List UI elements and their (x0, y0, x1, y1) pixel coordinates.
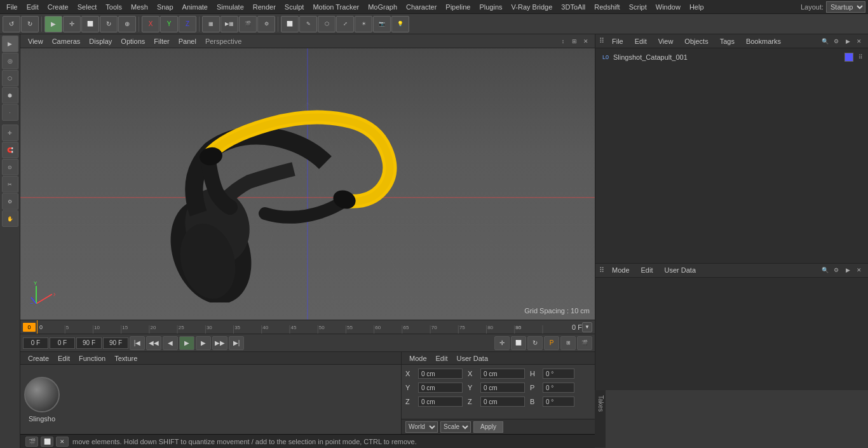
cube-button[interactable]: ⬜ (281, 16, 299, 32)
mat-menu-create[interactable]: Create (24, 354, 53, 363)
light-button[interactable]: 💡 (391, 16, 409, 32)
menu-snap[interactable]: Snap (153, 2, 177, 12)
obj-config-icon[interactable]: ⚙ (831, 36, 841, 46)
move-tool-pb[interactable]: ✛ (494, 336, 510, 350)
menu-redshift[interactable]: Redshift (590, 2, 623, 12)
axis-y-button[interactable]: Y (160, 16, 178, 32)
axis-x-button[interactable]: X (142, 16, 159, 32)
current-frame-input[interactable] (50, 337, 75, 349)
render-tool-pb[interactable]: 🎬 (577, 336, 592, 350)
render-region-button[interactable]: ▦ (202, 16, 220, 32)
obj-menu-file[interactable]: File (608, 37, 627, 46)
obj-menu-edit[interactable]: Edit (631, 37, 651, 46)
axis-z-button[interactable]: Z (179, 16, 196, 32)
obj-arrow-icon[interactable]: ▶ (843, 36, 853, 46)
object-color-swatch[interactable] (844, 53, 853, 62)
menu-3dtoall[interactable]: 3DToAll (557, 2, 589, 12)
scene-button[interactable]: ☀ (355, 16, 372, 32)
render-picture-button[interactable]: 🎬 (239, 16, 257, 32)
timeline-options-button[interactable]: ▼ (582, 322, 592, 332)
menu-simulate[interactable]: Simulate (213, 2, 248, 12)
camera-button[interactable]: 📷 (373, 16, 391, 32)
play-forward-button[interactable]: ▶▶ (212, 336, 227, 350)
rotate-tool-pb[interactable]: ↻ (527, 336, 543, 350)
menu-script[interactable]: Script (625, 2, 651, 12)
nurbs-button[interactable]: ⬡ (318, 16, 336, 32)
obj-search-icon[interactable]: 🔍 (820, 36, 830, 46)
model-mode-button[interactable]: ▶ (2, 36, 18, 52)
object-row-slingshot[interactable]: L0 Slingshot_Catapult_001 ⠿ (598, 51, 865, 64)
start-frame-input[interactable] (23, 337, 48, 349)
coord-x2-input[interactable] (480, 369, 525, 379)
menu-sculpt[interactable]: Sculpt (281, 2, 308, 12)
grid-tool-pb[interactable]: ⊞ (560, 336, 576, 350)
obj-menu-tags[interactable]: Tags (716, 37, 738, 46)
rotate-tool-button[interactable]: ↻ (100, 16, 118, 32)
vp-icon-move[interactable]: ↕ (558, 36, 568, 46)
coord-z1-input[interactable] (418, 397, 463, 407)
vtab-takes[interactable]: Takes (596, 390, 606, 448)
obj-menu-view[interactable]: View (654, 37, 677, 46)
menu-select[interactable]: Select (74, 2, 101, 12)
vp-menu-options[interactable]: Options (117, 37, 149, 46)
status-icon-close[interactable]: ✕ (56, 437, 69, 447)
deform-button[interactable]: ⤢ (336, 16, 354, 32)
object-dots[interactable]: ⠿ (858, 54, 863, 60)
menu-animate[interactable]: Animate (179, 2, 212, 12)
spline-button[interactable]: ✎ (299, 16, 317, 32)
vp-menu-view[interactable]: View (24, 37, 47, 46)
timeline-ruler[interactable]: 0 5 10 15 20 25 30 35 (37, 320, 548, 334)
menu-pipeline[interactable]: Pipeline (442, 2, 474, 12)
prev-frame-button[interactable]: ◀ (163, 336, 178, 350)
menu-vray[interactable]: V-Ray Bridge (508, 2, 557, 12)
attr2-arrow-icon[interactable]: ▶ (843, 265, 853, 275)
obj-close-icon[interactable]: ✕ (854, 36, 864, 46)
layout-select[interactable]: Startup (826, 1, 865, 13)
attr-menu-userdata[interactable]: User Data (453, 354, 492, 363)
scale-tool-button[interactable]: ⬜ (81, 16, 99, 32)
attr2-menu-edit[interactable]: Edit (637, 266, 657, 275)
render-active-button[interactable]: ▶▦ (220, 16, 238, 32)
menu-motion-tracker[interactable]: Motion Tracker (309, 2, 363, 12)
obj-menu-objects[interactable]: Objects (681, 37, 712, 46)
end-frame-input2[interactable] (103, 337, 128, 349)
mat-menu-function[interactable]: Function (75, 354, 109, 363)
attr2-config-icon[interactable]: ⚙ (831, 265, 841, 275)
render-settings-button[interactable]: ⚙ (257, 16, 275, 32)
play-back-button[interactable]: ◀◀ (146, 336, 161, 350)
attr2-close-icon[interactable]: ✕ (854, 265, 864, 275)
viewport[interactable]: X Y Z Grid Spacing : 10 cm (20, 48, 595, 320)
apply-button[interactable]: Apply (473, 421, 503, 433)
coord-y2-input[interactable] (480, 383, 525, 393)
coord-b-input[interactable] (543, 397, 574, 407)
menu-window[interactable]: Window (652, 2, 684, 12)
point-mode-button[interactable]: · (2, 104, 18, 121)
status-icon-render[interactable]: 🎬 (25, 437, 38, 447)
paint-button[interactable]: ⚙ (2, 193, 18, 210)
vp-menu-cameras[interactable]: Cameras (48, 37, 85, 46)
menu-character[interactable]: Character (402, 2, 440, 12)
menu-create[interactable]: Create (44, 2, 72, 12)
menu-render[interactable]: Render (249, 2, 280, 12)
material-item[interactable]: Slingsho (24, 377, 60, 423)
attr2-search-icon[interactable]: 🔍 (820, 265, 830, 275)
end-frame-input1[interactable] (76, 337, 102, 349)
go-to-start-button[interactable]: |◀ (130, 336, 145, 350)
play-button[interactable]: ▶ (179, 336, 194, 350)
menu-tools[interactable]: Tools (102, 2, 126, 12)
texture-mode-button[interactable]: ◎ (2, 53, 18, 69)
vp-icon-layout[interactable]: ⊞ (569, 36, 580, 46)
edge-mode-button[interactable]: ⬡ (2, 70, 18, 86)
scale-dropdown[interactable]: Scale (440, 421, 471, 433)
menu-edit[interactable]: Edit (23, 2, 43, 12)
coord-p-input[interactable] (543, 383, 574, 393)
coord-h-input[interactable] (543, 369, 574, 379)
status-icon-window[interactable]: ⬜ (41, 437, 53, 447)
menu-file[interactable]: File (3, 2, 22, 12)
attr2-menu-userdata[interactable]: User Data (661, 266, 700, 275)
menu-help[interactable]: Help (686, 2, 708, 12)
obj-menu-bookmarks[interactable]: Bookmarks (742, 37, 785, 46)
menu-plugins[interactable]: Plugins (475, 2, 506, 12)
menu-mograph[interactable]: MoGraph (364, 2, 401, 12)
pivot-tool-pb[interactable]: P (544, 336, 559, 350)
